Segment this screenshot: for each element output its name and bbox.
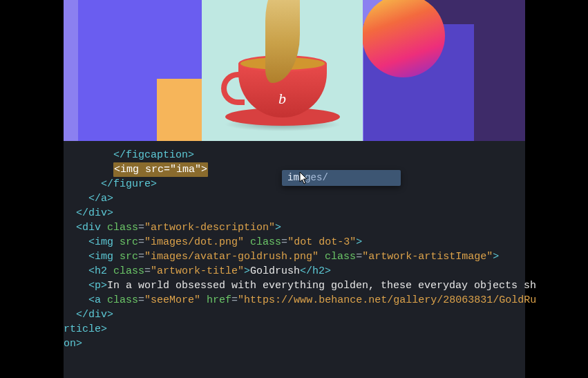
autocomplete-rest: ages/ [299, 170, 328, 186]
artwork-image: b [202, 0, 363, 141]
code-text: </figcaption> [64, 149, 194, 161]
code-line[interactable]: <img src="images/avatar-goldrush.png" cl… [64, 249, 525, 264]
preview-pane: b [64, 0, 525, 141]
code-line[interactable]: <div class="artwork-description"> [64, 220, 525, 235]
app-frame: b </figcaption> <img src="ima"> </figure… [64, 0, 525, 378]
highlighted-code: <img src="ima"> [113, 162, 208, 177]
cup-logo: b [278, 90, 286, 108]
code-line[interactable]: <img src="images/dot.png" class="dot dot… [64, 235, 525, 249]
code-line[interactable]: rticle> [64, 322, 525, 337]
code-line[interactable]: <p>In a world obsessed with everything g… [64, 278, 525, 293]
code-line[interactable]: </figcaption> [64, 148, 525, 162]
code-line[interactable]: </div> [64, 308, 525, 322]
code-line[interactable]: </a> [64, 191, 525, 206]
bg-orange-rect [157, 79, 205, 141]
code-line[interactable]: </div> [64, 206, 525, 220]
autocomplete-match: im [287, 170, 299, 186]
code-editor[interactable]: </figcaption> <img src="ima"> </figure> … [64, 141, 525, 378]
autocomplete-popup[interactable]: images/ [282, 170, 401, 186]
code-line[interactable]: on> [64, 337, 525, 351]
code-line[interactable]: <a class="seeMore" href="https://www.beh… [64, 293, 525, 308]
code-line[interactable]: <h2 class="artwork-title">Goldrush</h2> [64, 264, 525, 278]
